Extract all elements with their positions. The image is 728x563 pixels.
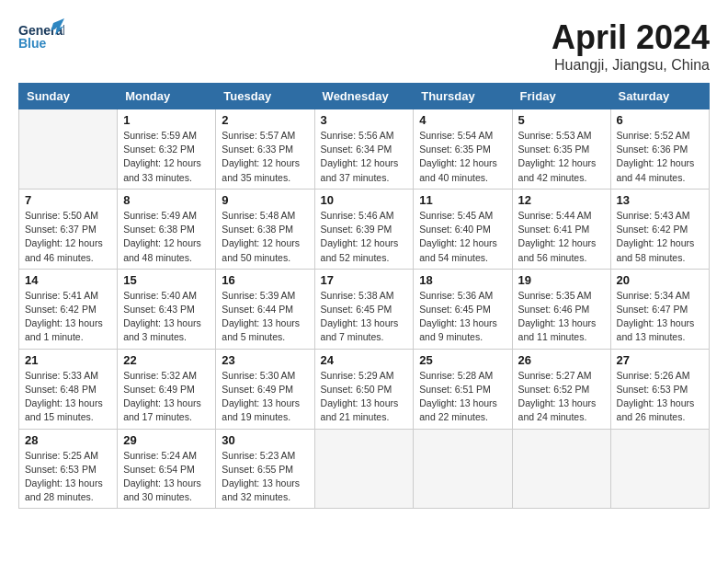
header-saturday: Saturday bbox=[610, 84, 709, 109]
day-detail: Sunrise: 5:40 AMSunset: 6:43 PMDaylight:… bbox=[123, 289, 210, 345]
calendar-cell: 3Sunrise: 5:56 AMSunset: 6:34 PMDaylight… bbox=[314, 109, 414, 190]
day-detail: Sunrise: 5:52 AMSunset: 6:36 PMDaylight:… bbox=[617, 129, 703, 185]
day-number: 15 bbox=[123, 273, 210, 287]
day-number: 12 bbox=[518, 193, 605, 207]
calendar-cell: 13Sunrise: 5:43 AMSunset: 6:42 PMDayligh… bbox=[610, 189, 709, 269]
header-tuesday: Tuesday bbox=[216, 84, 314, 109]
calendar-cell bbox=[610, 429, 709, 509]
day-number: 29 bbox=[123, 433, 210, 447]
day-detail: Sunrise: 5:28 AMSunset: 6:51 PMDaylight:… bbox=[419, 369, 506, 425]
calendar-cell: 8Sunrise: 5:49 AMSunset: 6:38 PMDaylight… bbox=[118, 189, 216, 269]
day-detail: Sunrise: 5:27 AMSunset: 6:52 PMDaylight:… bbox=[518, 369, 605, 425]
calendar-cell: 27Sunrise: 5:26 AMSunset: 6:53 PMDayligh… bbox=[610, 349, 709, 429]
days-header-row: SundayMondayTuesdayWednesdayThursdayFrid… bbox=[19, 84, 710, 109]
week-row-3: 14Sunrise: 5:41 AMSunset: 6:42 PMDayligh… bbox=[19, 269, 710, 349]
calendar-cell: 22Sunrise: 5:32 AMSunset: 6:49 PMDayligh… bbox=[118, 349, 216, 429]
calendar-cell bbox=[314, 429, 414, 509]
header-wednesday: Wednesday bbox=[314, 84, 414, 109]
calendar-cell: 2Sunrise: 5:57 AMSunset: 6:33 PMDaylight… bbox=[216, 109, 314, 190]
day-detail: Sunrise: 5:24 AMSunset: 6:54 PMDaylight:… bbox=[123, 449, 210, 505]
week-row-2: 7Sunrise: 5:50 AMSunset: 6:37 PMDaylight… bbox=[19, 189, 710, 269]
calendar-cell: 17Sunrise: 5:38 AMSunset: 6:45 PMDayligh… bbox=[314, 269, 414, 349]
calendar-cell: 12Sunrise: 5:44 AMSunset: 6:41 PMDayligh… bbox=[512, 189, 610, 269]
day-number: 6 bbox=[617, 113, 703, 127]
day-number: 5 bbox=[518, 113, 605, 127]
calendar-cell: 23Sunrise: 5:30 AMSunset: 6:49 PMDayligh… bbox=[216, 349, 314, 429]
day-detail: Sunrise: 5:46 AMSunset: 6:39 PMDaylight:… bbox=[321, 209, 408, 265]
day-number: 19 bbox=[518, 273, 605, 287]
calendar-cell: 21Sunrise: 5:33 AMSunset: 6:48 PMDayligh… bbox=[19, 349, 118, 429]
day-detail: Sunrise: 5:57 AMSunset: 6:33 PMDaylight:… bbox=[222, 129, 308, 185]
day-detail: Sunrise: 5:56 AMSunset: 6:34 PMDaylight:… bbox=[321, 129, 408, 185]
day-detail: Sunrise: 5:29 AMSunset: 6:50 PMDaylight:… bbox=[321, 369, 408, 425]
day-number: 16 bbox=[222, 273, 308, 287]
calendar-cell: 10Sunrise: 5:46 AMSunset: 6:39 PMDayligh… bbox=[314, 189, 414, 269]
calendar-cell: 4Sunrise: 5:54 AMSunset: 6:35 PMDaylight… bbox=[414, 109, 512, 190]
page-header: General Blue April 2024 Huangji, Jiangsu… bbox=[18, 18, 710, 74]
day-number: 28 bbox=[25, 433, 111, 447]
calendar-cell: 5Sunrise: 5:53 AMSunset: 6:35 PMDaylight… bbox=[512, 109, 610, 190]
logo-icon: General Blue bbox=[18, 18, 64, 55]
day-number: 27 bbox=[617, 353, 703, 367]
calendar-cell: 30Sunrise: 5:23 AMSunset: 6:55 PMDayligh… bbox=[216, 429, 314, 509]
day-detail: Sunrise: 5:59 AMSunset: 6:32 PMDaylight:… bbox=[123, 129, 210, 185]
day-number: 24 bbox=[321, 353, 408, 367]
calendar-cell: 26Sunrise: 5:27 AMSunset: 6:52 PMDayligh… bbox=[512, 349, 610, 429]
day-detail: Sunrise: 5:44 AMSunset: 6:41 PMDaylight:… bbox=[518, 209, 605, 265]
day-number: 17 bbox=[321, 273, 408, 287]
calendar-title: April 2024 bbox=[552, 18, 710, 57]
logo: General Blue bbox=[18, 18, 64, 55]
day-number: 3 bbox=[321, 113, 408, 127]
calendar-cell: 24Sunrise: 5:29 AMSunset: 6:50 PMDayligh… bbox=[314, 349, 414, 429]
day-detail: Sunrise: 5:35 AMSunset: 6:46 PMDaylight:… bbox=[518, 289, 605, 345]
day-detail: Sunrise: 5:45 AMSunset: 6:40 PMDaylight:… bbox=[419, 209, 506, 265]
day-number: 20 bbox=[617, 273, 703, 287]
calendar-cell: 11Sunrise: 5:45 AMSunset: 6:40 PMDayligh… bbox=[414, 189, 512, 269]
calendar-cell: 20Sunrise: 5:34 AMSunset: 6:47 PMDayligh… bbox=[610, 269, 709, 349]
calendar-cell: 15Sunrise: 5:40 AMSunset: 6:43 PMDayligh… bbox=[118, 269, 216, 349]
day-detail: Sunrise: 5:26 AMSunset: 6:53 PMDaylight:… bbox=[617, 369, 703, 425]
title-area: April 2024 Huangji, Jiangsu, China bbox=[552, 18, 710, 74]
day-number: 22 bbox=[123, 353, 210, 367]
calendar-subtitle: Huangji, Jiangsu, China bbox=[552, 57, 710, 74]
day-detail: Sunrise: 5:54 AMSunset: 6:35 PMDaylight:… bbox=[419, 129, 506, 185]
day-detail: Sunrise: 5:48 AMSunset: 6:38 PMDaylight:… bbox=[222, 209, 308, 265]
day-detail: Sunrise: 5:49 AMSunset: 6:38 PMDaylight:… bbox=[123, 209, 210, 265]
svg-text:Blue: Blue bbox=[18, 36, 47, 51]
day-number: 10 bbox=[321, 193, 408, 207]
calendar-cell: 1Sunrise: 5:59 AMSunset: 6:32 PMDaylight… bbox=[118, 109, 216, 190]
calendar-table: SundayMondayTuesdayWednesdayThursdayFrid… bbox=[18, 83, 710, 509]
header-sunday: Sunday bbox=[19, 84, 118, 109]
calendar-cell: 28Sunrise: 5:25 AMSunset: 6:53 PMDayligh… bbox=[19, 429, 118, 509]
calendar-cell: 6Sunrise: 5:52 AMSunset: 6:36 PMDaylight… bbox=[610, 109, 709, 190]
day-detail: Sunrise: 5:41 AMSunset: 6:42 PMDaylight:… bbox=[25, 289, 111, 345]
calendar-cell: 29Sunrise: 5:24 AMSunset: 6:54 PMDayligh… bbox=[118, 429, 216, 509]
header-monday: Monday bbox=[118, 84, 216, 109]
day-number: 11 bbox=[419, 193, 506, 207]
calendar-cell: 7Sunrise: 5:50 AMSunset: 6:37 PMDaylight… bbox=[19, 189, 118, 269]
day-detail: Sunrise: 5:23 AMSunset: 6:55 PMDaylight:… bbox=[222, 449, 308, 505]
day-number: 18 bbox=[419, 273, 506, 287]
day-detail: Sunrise: 5:53 AMSunset: 6:35 PMDaylight:… bbox=[518, 129, 605, 185]
day-number: 30 bbox=[222, 433, 308, 447]
calendar-cell bbox=[512, 429, 610, 509]
week-row-5: 28Sunrise: 5:25 AMSunset: 6:53 PMDayligh… bbox=[19, 429, 710, 509]
day-detail: Sunrise: 5:39 AMSunset: 6:44 PMDaylight:… bbox=[222, 289, 308, 345]
calendar-cell bbox=[414, 429, 512, 509]
day-number: 26 bbox=[518, 353, 605, 367]
day-number: 21 bbox=[25, 353, 111, 367]
day-detail: Sunrise: 5:38 AMSunset: 6:45 PMDaylight:… bbox=[321, 289, 408, 345]
day-number: 23 bbox=[222, 353, 308, 367]
calendar-cell: 19Sunrise: 5:35 AMSunset: 6:46 PMDayligh… bbox=[512, 269, 610, 349]
header-friday: Friday bbox=[512, 84, 610, 109]
day-detail: Sunrise: 5:50 AMSunset: 6:37 PMDaylight:… bbox=[25, 209, 111, 265]
day-number: 25 bbox=[419, 353, 506, 367]
week-row-4: 21Sunrise: 5:33 AMSunset: 6:48 PMDayligh… bbox=[19, 349, 710, 429]
calendar-cell: 9Sunrise: 5:48 AMSunset: 6:38 PMDaylight… bbox=[216, 189, 314, 269]
day-number: 4 bbox=[419, 113, 506, 127]
calendar-cell bbox=[19, 109, 118, 190]
day-detail: Sunrise: 5:36 AMSunset: 6:45 PMDaylight:… bbox=[419, 289, 506, 345]
day-detail: Sunrise: 5:30 AMSunset: 6:49 PMDaylight:… bbox=[222, 369, 308, 425]
day-detail: Sunrise: 5:33 AMSunset: 6:48 PMDaylight:… bbox=[25, 369, 111, 425]
header-thursday: Thursday bbox=[414, 84, 512, 109]
